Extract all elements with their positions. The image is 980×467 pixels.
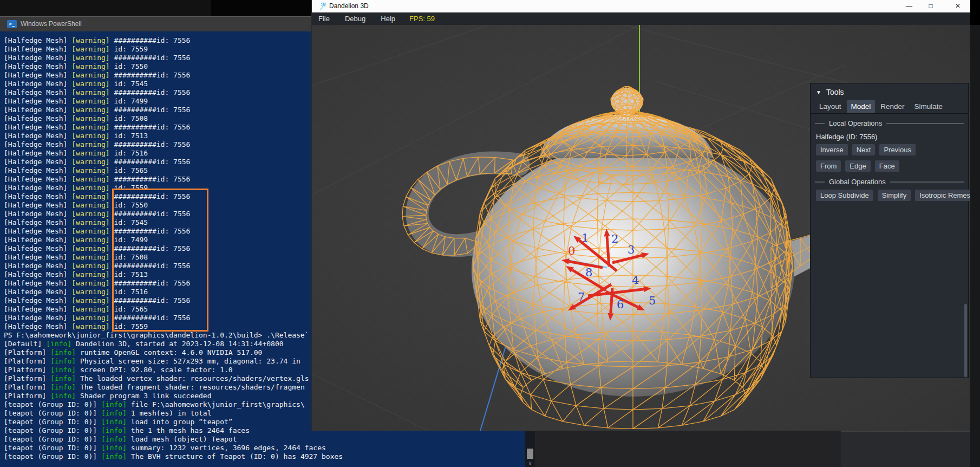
halfedge-label-2: 2 (611, 232, 618, 245)
menu-item-debug[interactable]: Debug (344, 15, 367, 23)
warning-highlight-box (112, 189, 208, 332)
global-operations-title: Global Operations (829, 178, 886, 186)
dandelion-window[interactable]: Dandelion 3D — □ ✕ FileDebugHelp FPS: 59… (311, 0, 970, 431)
global-ops-row: Loop SubdivideSimplifyIsotropic Remesh (816, 190, 970, 201)
menu-items: FileDebugHelp (317, 15, 396, 23)
dandelion-icon (318, 2, 327, 11)
tab-layout[interactable]: Layout (815, 100, 846, 113)
section-rule (886, 123, 964, 124)
halfedge-label-6: 6 (617, 298, 624, 311)
local-ops-row-2: FromEdgeFace (816, 160, 899, 172)
tab-simulate[interactable]: Simulate (910, 100, 948, 113)
menu-item-file[interactable]: File (317, 15, 331, 23)
dandelion-titlebar[interactable]: Dandelion 3D — □ ✕ (312, 0, 970, 12)
halfedge-label-0: 0 (568, 244, 575, 257)
tools-panel-header[interactable]: ▼ Tools (816, 87, 844, 98)
tools-panel: ▼ Tools LayoutModelRenderSimulate Local … (810, 83, 969, 378)
viewport-3d[interactable]: 012345678 ▼ Tools LayoutModelRenderSimul… (312, 25, 970, 431)
terminal-line: [teapot (Group ID: 0)] [info] load mesh … (4, 435, 525, 444)
powershell-icon: >_ (7, 20, 17, 28)
collapse-triangle-icon[interactable]: ▼ (816, 89, 821, 95)
tabs-divider (811, 113, 968, 114)
tools-tabs: LayoutModelRenderSimulate (815, 99, 948, 113)
isotropic-remesh-button[interactable]: Isotropic Remesh (915, 190, 970, 201)
background-top-bar-segment (0, 0, 211, 16)
menu-item-help[interactable]: Help (380, 15, 396, 23)
tools-panel-title: Tools (826, 88, 844, 96)
background-right-strip-top (970, 0, 980, 25)
close-button[interactable]: ✕ (947, 0, 969, 12)
grid-line (312, 25, 488, 86)
grid-line (312, 374, 428, 431)
halfedge-arrow-6[interactable] (611, 288, 612, 313)
face-button[interactable]: Face (875, 160, 899, 172)
fps-counter: FPS: 59 (409, 15, 435, 23)
local-ops-row-1: InverseNextPrevious (816, 144, 916, 155)
maximize-button[interactable]: □ (920, 0, 942, 12)
global-operations-section: Global Operations (815, 178, 964, 186)
section-rule (890, 181, 964, 183)
background-bottom-left-panel (535, 431, 841, 467)
terminal-scrollbar-thumb[interactable] (527, 449, 533, 459)
app-title: Dandelion 3D (329, 2, 369, 10)
halfedge-label-1: 1 (582, 231, 589, 244)
halfedge-label-7: 7 (578, 290, 585, 303)
inverse-button[interactable]: Inverse (816, 144, 848, 155)
halfedge-label-3: 3 (628, 243, 635, 256)
panel-scrollbar-thumb[interactable] (964, 304, 967, 377)
axis-blue (476, 334, 509, 431)
halfedge-id-label: Halfedge (ID: 7556) (816, 133, 877, 141)
from-button[interactable]: From (816, 160, 841, 172)
next-button[interactable]: Next (852, 144, 876, 155)
local-operations-title: Local Operations (829, 119, 882, 127)
previous-button[interactable]: Previous (879, 144, 916, 155)
halfedge-label-8: 8 (585, 266, 592, 279)
background-bottom-right-panel (841, 431, 980, 467)
terminal-line: [teapot (Group ID: 0)] [info] summary: 1… (4, 444, 525, 452)
terminal-line: [teapot (Group ID: 0)] [info] The BVH st… (4, 452, 525, 461)
background-right-strip (970, 0, 980, 467)
loop-subdivide-button[interactable]: Loop Subdivide (816, 190, 873, 201)
halfedge-label-5: 5 (649, 294, 656, 307)
edge-button[interactable]: Edge (845, 160, 870, 172)
powershell-title: Windows PowerShell (21, 20, 82, 28)
local-operations-section: Local Operations (815, 119, 964, 127)
halfedge-label-4: 4 (632, 274, 639, 287)
section-dash (815, 123, 825, 124)
menu-bar: FileDebugHelp FPS: 59 (312, 12, 970, 25)
tab-model[interactable]: Model (847, 100, 876, 113)
desktop: >_ Windows PowerShell [Halfedge Mesh] [w… (0, 0, 980, 467)
minimize-button[interactable]: — (898, 0, 920, 12)
scroll-down-icon[interactable]: ∨ (525, 460, 535, 466)
tab-render[interactable]: Render (876, 100, 909, 113)
section-dash (815, 181, 825, 183)
simplify-button[interactable]: Simplify (878, 190, 911, 201)
